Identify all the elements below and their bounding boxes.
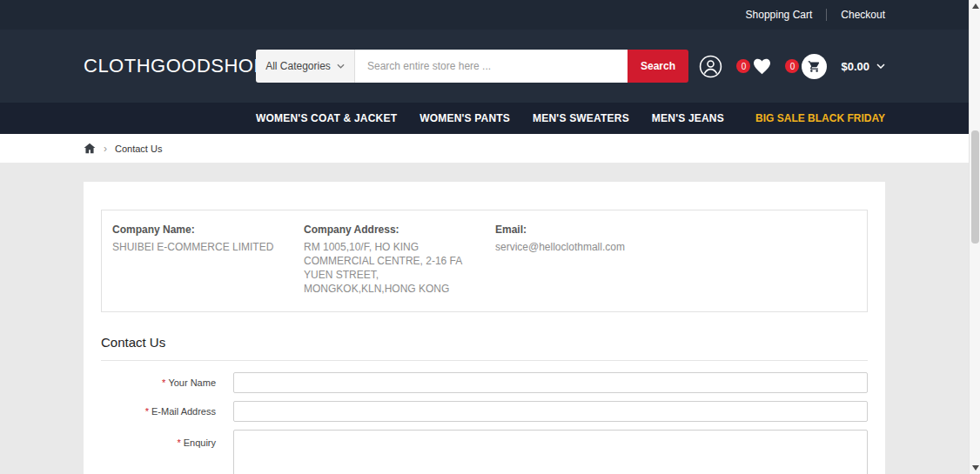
category-selector-label: All Categories bbox=[265, 60, 331, 72]
enquiry-textarea[interactable] bbox=[233, 430, 868, 474]
scroll-down-arrow[interactable] bbox=[972, 465, 979, 471]
page-title: Contact Us bbox=[101, 335, 868, 350]
email-input[interactable] bbox=[233, 401, 868, 422]
top-bar: Shopping Cart Checkout bbox=[0, 0, 969, 30]
required-marker: * bbox=[177, 437, 180, 448]
checkout-link[interactable]: Checkout bbox=[841, 9, 885, 21]
cart-total: $0.00 bbox=[841, 60, 869, 73]
nav-item-womens-pants[interactable]: WOMEN'S PANTS bbox=[420, 112, 510, 124]
wishlist-count-badge: 0 bbox=[736, 59, 750, 73]
cart-button[interactable]: 0 bbox=[785, 54, 827, 79]
topbar-divider bbox=[826, 9, 827, 21]
contact-card: Company Name: SHUIBEI E-COMMERCE LIMITED… bbox=[84, 182, 885, 474]
your-name-label: *Your Name bbox=[101, 377, 216, 388]
breadcrumb-current[interactable]: Contact Us bbox=[115, 144, 162, 154]
scroll-up-arrow[interactable] bbox=[972, 3, 979, 9]
required-marker: * bbox=[145, 406, 149, 417]
page-scrollbar[interactable] bbox=[969, 0, 980, 474]
company-address-block: Company Address: RM 1005,10/F, HO KING C… bbox=[304, 224, 495, 296]
required-marker: * bbox=[162, 377, 165, 388]
home-icon[interactable] bbox=[84, 143, 96, 154]
store-logo[interactable]: CLOTHGOODSHOP bbox=[84, 55, 256, 77]
main-nav: WOMEN'S COAT & JACKET WOMEN'S PANTS MEN'… bbox=[0, 103, 969, 134]
search-bar: All Categories Search bbox=[256, 50, 688, 83]
chevron-down-icon bbox=[337, 63, 345, 69]
chevron-down-icon bbox=[876, 63, 885, 69]
scrollbar-thumb[interactable] bbox=[971, 130, 979, 244]
company-email-value: service@helloclothmall.com bbox=[495, 240, 841, 254]
header-icons: 0 0 $0.00 bbox=[699, 54, 885, 79]
account-button[interactable] bbox=[699, 55, 722, 78]
company-email-label: Email: bbox=[495, 224, 841, 236]
title-divider bbox=[101, 360, 868, 361]
nav-item-womens-coat-jacket[interactable]: WOMEN'S COAT & JACKET bbox=[256, 112, 397, 124]
search-button[interactable]: Search bbox=[628, 50, 688, 83]
content-area: Company Name: SHUIBEI E-COMMERCE LIMITED… bbox=[0, 182, 969, 474]
header: CLOTHGOODSHOP All Categories Search bbox=[0, 30, 969, 103]
company-name-block: Company Name: SHUIBEI E-COMMERCE LIMITED bbox=[112, 224, 304, 296]
company-address-label: Company Address: bbox=[304, 224, 480, 236]
nav-item-mens-jeans[interactable]: MEN'S JEANS bbox=[652, 112, 724, 124]
email-row: *E-Mail Address bbox=[101, 401, 868, 422]
cart-count-badge: 0 bbox=[785, 59, 799, 73]
page: Shopping Cart Checkout CLOTHGOODSHOP All… bbox=[0, 0, 969, 474]
company-email-block: Email: service@helloclothmall.com bbox=[495, 224, 856, 296]
search-input[interactable] bbox=[355, 50, 628, 83]
heart-icon bbox=[753, 58, 771, 75]
breadcrumb-separator: › bbox=[104, 143, 107, 155]
cart-circle bbox=[802, 54, 827, 79]
wishlist-button[interactable]: 0 bbox=[736, 58, 771, 75]
user-icon bbox=[699, 55, 722, 78]
category-selector[interactable]: All Categories bbox=[256, 50, 355, 83]
company-name-value: SHUIBEI E-COMMERCE LIMITED bbox=[112, 240, 288, 254]
your-name-row: *Your Name bbox=[101, 372, 868, 393]
company-name-label: Company Name: bbox=[112, 224, 288, 236]
company-info-box: Company Name: SHUIBEI E-COMMERCE LIMITED… bbox=[101, 210, 868, 312]
email-label: *E-Mail Address bbox=[101, 406, 216, 417]
nav-items: WOMEN'S COAT & JACKET WOMEN'S PANTS MEN'… bbox=[256, 112, 724, 124]
shopping-cart-link[interactable]: Shopping Cart bbox=[746, 9, 813, 21]
enquiry-row: *Enquiry bbox=[101, 430, 868, 474]
cart-icon bbox=[808, 60, 821, 73]
company-address-value: RM 1005,10/F, HO KING COMMERCIAL CENTRE,… bbox=[304, 240, 480, 296]
nav-item-mens-sweaters[interactable]: MEN'S SWEATERS bbox=[533, 112, 629, 124]
your-name-input[interactable] bbox=[233, 372, 868, 393]
cart-total-dropdown[interactable]: $0.00 bbox=[841, 60, 885, 73]
breadcrumb: › Contact Us bbox=[0, 134, 969, 163]
enquiry-label: *Enquiry bbox=[101, 430, 216, 448]
nav-promo-black-friday[interactable]: BIG SALE BLACK FRIDAY bbox=[755, 112, 885, 124]
